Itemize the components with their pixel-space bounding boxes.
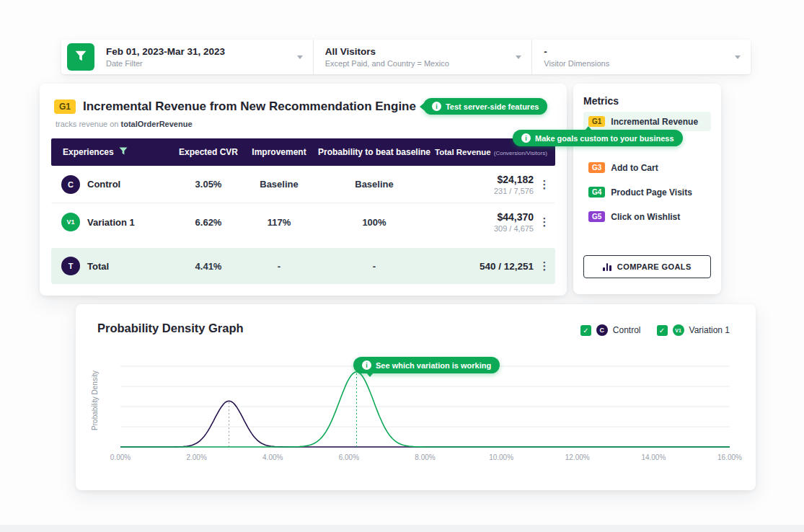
experiences-table: Experiences Expected CVR Improvement Pro… bbox=[51, 138, 555, 284]
density-graph-title: Probability Density Graph bbox=[97, 322, 244, 335]
cell-conversions: 309 / 4,675 bbox=[494, 224, 534, 233]
goal-card: G1 Incremental Revenue from New Recommen… bbox=[40, 84, 567, 296]
experience-name: Variation 1 bbox=[87, 217, 135, 228]
cell-probability: 100% bbox=[314, 217, 435, 228]
goal-subtitle: tracks revenue on totalOrderRevenue bbox=[40, 115, 567, 128]
legend-item-control[interactable]: ✓ C Control bbox=[580, 324, 641, 336]
header-experiences[interactable]: Experiences bbox=[51, 147, 172, 157]
tooltip-see-variation: i See which variation is working bbox=[353, 357, 500, 373]
avatar-total: T bbox=[61, 257, 80, 275]
filter-funnel-icon[interactable] bbox=[119, 147, 128, 157]
goal-badge: G1 bbox=[54, 99, 76, 114]
visitor-dimensions-value: - bbox=[544, 46, 735, 57]
metrics-title: Metrics bbox=[583, 95, 711, 107]
metric-item-product-page-visits[interactable]: G4 Product Page Visits bbox=[583, 182, 711, 202]
kebab-menu-icon[interactable]: ⋮ bbox=[534, 178, 555, 191]
chevron-down-icon bbox=[516, 56, 521, 59]
svg-text:12.00%: 12.00% bbox=[565, 453, 590, 461]
tooltip-goals-custom: i Make goals custom to your business bbox=[513, 130, 683, 146]
metric-item-add-to-cart[interactable]: G3 Add to Cart bbox=[583, 158, 711, 177]
filter-button[interactable] bbox=[67, 43, 94, 71]
legend-item-variation-1[interactable]: ✓ V1 Variation 1 bbox=[657, 324, 730, 336]
info-icon: i bbox=[432, 102, 441, 111]
cell-cvr: 6.62% bbox=[172, 217, 244, 228]
checkbox-variation-1[interactable]: ✓ bbox=[657, 325, 668, 336]
avatar-variation-1: V1 bbox=[61, 213, 80, 231]
dashboard-page: Feb 01, 2023-Mar 31, 2023 Date Filter Al… bbox=[0, 0, 804, 532]
page-title: Incremental Revenue from New Recommendat… bbox=[83, 99, 416, 114]
cell-conversions: 231 / 7,576 bbox=[494, 187, 534, 195]
visitor-dimensions-dropdown[interactable]: - Visitor Dimensions bbox=[531, 40, 751, 74]
experience-name: Control bbox=[87, 179, 120, 190]
svg-text:16.00%: 16.00% bbox=[717, 453, 742, 461]
metrics-panel: Metrics G1 Incremental Revenue i Make go… bbox=[573, 84, 721, 294]
cell-revenue: $24,182 231 / 7,576 bbox=[435, 174, 534, 195]
funnel-icon bbox=[75, 50, 87, 63]
svg-text:6.00%: 6.00% bbox=[339, 453, 359, 461]
table-row-total: T Total 4.41% - - 540 / 12,251 ⋮ bbox=[51, 248, 555, 284]
metric-badge-g5: G5 bbox=[588, 211, 605, 222]
header-total-revenue: Total Revenue (Conversion/Visitors) bbox=[435, 148, 547, 156]
legend-badge-control: C bbox=[596, 324, 608, 336]
visitors-filter-label: Except Paid, and Country = Mexico bbox=[325, 59, 516, 68]
cell-improvement: Baseline bbox=[244, 179, 314, 190]
tooltip-test-server-side: i Test server-side features bbox=[423, 98, 547, 115]
metric-item-incremental-revenue[interactable]: G1 Incremental Revenue bbox=[583, 112, 711, 131]
kebab-menu-icon[interactable]: ⋮ bbox=[534, 216, 555, 229]
experience-name: Total bbox=[87, 261, 109, 272]
chart-legend: ✓ C Control ✓ V1 Variation 1 bbox=[580, 324, 730, 336]
visitors-filter-value: All Visitors bbox=[325, 46, 516, 57]
metric-badge-g1: G1 bbox=[588, 116, 605, 127]
metric-badge-g4: G4 bbox=[588, 187, 605, 198]
y-axis-label: Probability Density bbox=[91, 358, 99, 444]
svg-text:8.00%: 8.00% bbox=[415, 453, 435, 461]
metric-item-click-on-wishlist[interactable]: G5 Click on Wishlist bbox=[583, 207, 711, 226]
density-chart-svg: 0.00%2.00%4.00%6.00%8.00%10.00%12.00%14.… bbox=[120, 360, 730, 472]
date-filter-dropdown[interactable]: Feb 01, 2023-Mar 31, 2023 Date Filter bbox=[94, 40, 313, 74]
visitor-dimensions-label: Visitor Dimensions bbox=[544, 59, 735, 68]
cell-improvement: 117% bbox=[244, 217, 314, 228]
header-expected-cvr: Expected CVR bbox=[172, 147, 244, 157]
cell-probability: Baseline bbox=[314, 179, 435, 190]
tooltip-label: Test server-side features bbox=[446, 102, 539, 111]
date-filter-value: Feb 01, 2023-Mar 31, 2023 bbox=[106, 46, 297, 57]
svg-text:0.00%: 0.00% bbox=[110, 453, 131, 461]
header-revenue-note: (Conversion/Visitors) bbox=[494, 150, 547, 156]
table-row-variation-1: V1 Variation 1 6.62% 117% 100% $44,370 3… bbox=[51, 203, 555, 241]
cell-revenue: $44,370 309 / 4,675 bbox=[435, 211, 534, 233]
checkbox-control[interactable]: ✓ bbox=[580, 325, 591, 336]
legend-badge-variation-1: V1 bbox=[673, 324, 684, 336]
metric-badge-g3: G3 bbox=[588, 162, 605, 173]
tooltip-label: Make goals custom to your business bbox=[535, 134, 674, 143]
avatar-control: C bbox=[61, 175, 80, 194]
table-header-row: Experiences Expected CVR Improvement Pro… bbox=[51, 138, 555, 166]
info-icon: i bbox=[521, 133, 531, 143]
info-icon: i bbox=[362, 360, 371, 370]
kebab-menu-icon[interactable]: ⋮ bbox=[534, 260, 555, 272]
cell-cvr: 4.41% bbox=[172, 261, 244, 272]
density-graph-card: Probability Density Graph ✓ C Control ✓ … bbox=[76, 304, 756, 490]
goal-subtitle-metric: totalOrderRevenue bbox=[121, 120, 193, 128]
bar-chart-icon bbox=[603, 263, 611, 271]
filter-bar: Feb 01, 2023-Mar 31, 2023 Date Filter Al… bbox=[61, 40, 751, 74]
svg-text:10.00%: 10.00% bbox=[489, 453, 513, 461]
chevron-down-icon bbox=[297, 56, 303, 59]
cell-revenue: 540 / 12,251 bbox=[435, 261, 534, 272]
header-probability: Probability to beat baseline bbox=[314, 147, 435, 157]
header-improvement: Improvement bbox=[244, 147, 314, 157]
cell-probability: - bbox=[314, 261, 435, 272]
cell-improvement: - bbox=[244, 261, 314, 272]
svg-text:14.00%: 14.00% bbox=[641, 453, 666, 461]
density-chart: 0.00%2.00%4.00%6.00%8.00%10.00%12.00%14.… bbox=[120, 360, 730, 472]
compare-goals-button[interactable]: COMPARE GOALS bbox=[583, 255, 711, 278]
svg-text:2.00%: 2.00% bbox=[186, 453, 206, 461]
goal-card-header: G1 Incremental Revenue from New Recommen… bbox=[40, 84, 567, 115]
svg-text:4.00%: 4.00% bbox=[262, 453, 283, 461]
page-bottom-strip bbox=[0, 525, 804, 532]
date-filter-label: Date Filter bbox=[106, 59, 297, 68]
visitors-filter-dropdown[interactable]: All Visitors Except Paid, and Country = … bbox=[313, 40, 532, 74]
chevron-down-icon bbox=[735, 56, 741, 59]
tooltip-label: See which variation is working bbox=[376, 361, 491, 370]
cell-cvr: 3.05% bbox=[172, 179, 244, 190]
table-row-control: C Control 3.05% Baseline Baseline $24,18… bbox=[51, 166, 555, 203]
